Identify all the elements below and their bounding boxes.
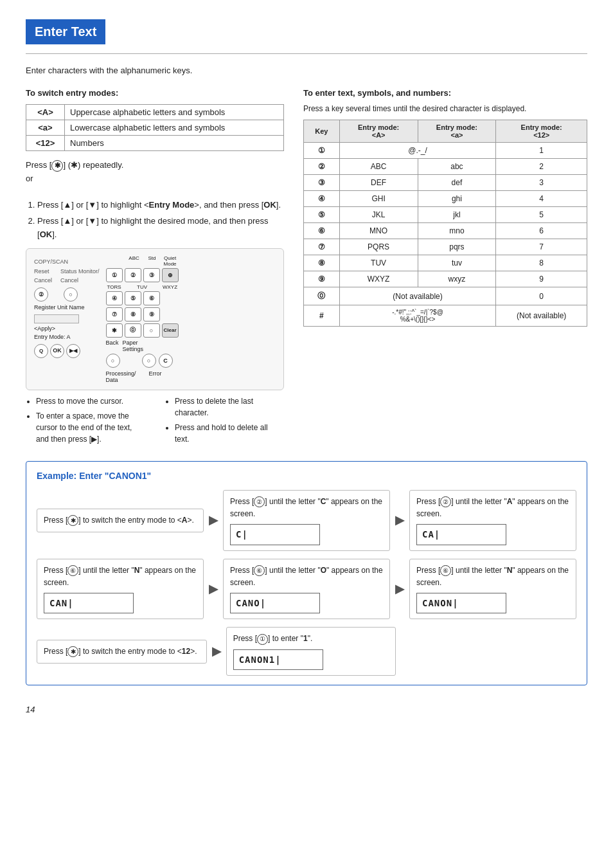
bullet-right: Press to delete the last character. Pres… — [164, 395, 284, 448]
table-row: <A> Uppercase alphabetic letters and sym… — [26, 105, 284, 120]
example-step-3: Press [②] until the letter "A" appears o… — [409, 490, 576, 551]
example-step-4: Press [⑥] until the letter "N" appears o… — [37, 559, 204, 620]
table-row: ⑧ TUV tuv 8 — [303, 255, 587, 271]
page-header: Enter Text — [26, 19, 105, 44]
keyboard-diagram: COPY/SCAN ResetCancel Status Monitor/Can… — [26, 248, 284, 390]
table-row: ⑥ MNO mno 6 — [303, 223, 587, 239]
table-row: ② ABC abc 2 — [303, 159, 587, 175]
left-section-title: To switch entry modes: — [26, 88, 284, 98]
table-row: ⑦ PQRS pqrs 7 — [303, 239, 587, 255]
example-step-5: Press [⑥] until the letter "O" appears o… — [223, 559, 390, 620]
mode-table: <A> Uppercase alphabetic letters and sym… — [26, 104, 284, 151]
example-step-2: Press [②] until the letter "C" appears o… — [223, 490, 390, 551]
table-row: <12> Numbers — [26, 136, 284, 151]
table-row: ④ GHI ghi 4 — [303, 191, 587, 207]
table-row: ⑨ WXYZ wxyz 9 — [303, 271, 587, 287]
bullet-left: Press to move the cursor. To enter a spa… — [26, 395, 145, 448]
entry-table: Key Entry mode:<A> Entry mode:<a> Entry … — [303, 120, 587, 327]
example-title: Example: Enter "CANON1" — [37, 471, 576, 481]
table-row: ③ DEF def 3 — [303, 175, 587, 191]
table-row: ① @.-_/ 1 — [303, 143, 587, 159]
arrow-5: ▶ — [212, 644, 221, 658]
example-step-6: Press [⑥] until the letter "N" appears o… — [409, 559, 576, 620]
example-step-1: Press [✱] to switch the entry mode to <A… — [37, 509, 204, 532]
right-section-title: To enter text, symbols, and numbers: — [303, 88, 587, 98]
instructions: Press [✱] (✱) repeatedly. or Press [▲] o… — [26, 159, 284, 242]
arrow-1: ▶ — [209, 513, 218, 527]
example-step-8: Press [①] to enter "1". CANON1| — [226, 627, 396, 676]
table-row: # -.*#!",;:^`_=/|`?$@%&+\()[]{}<> (Not a… — [303, 305, 587, 327]
example-step-7: Press [✱] to switch the entry mode to <1… — [37, 640, 207, 664]
arrow-2: ▶ — [395, 513, 404, 527]
table-row: ⓪ (Not available) 0 — [303, 287, 587, 305]
table-row: ⑤ JKL jkl 5 — [303, 207, 587, 223]
example-section: Example: Enter "CANON1" Press [✱] to swi… — [26, 461, 587, 685]
arrow-3: ▶ — [209, 582, 218, 596]
subtitle: Enter characters with the alphanumeric k… — [26, 66, 587, 75]
right-section-desc: Press a key several times until the desi… — [303, 104, 587, 113]
page-number: 14 — [26, 705, 587, 714]
arrow-4: ▶ — [395, 582, 404, 596]
table-row: <a> Lowercase alphabetic letters and sym… — [26, 120, 284, 136]
